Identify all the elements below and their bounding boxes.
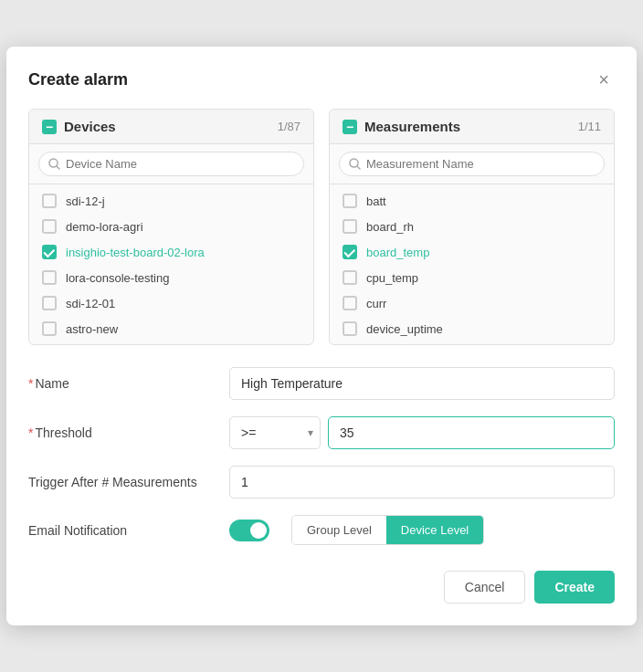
cancel-button[interactable]: Cancel bbox=[444, 571, 526, 604]
list-item[interactable]: lora-console-testing bbox=[29, 265, 313, 290]
devices-search-wrap bbox=[29, 144, 313, 184]
list-item[interactable]: curr bbox=[330, 290, 614, 316]
create-alarm-modal: Create alarm × − Devices 1/87 bbox=[6, 47, 637, 625]
measurements-search-wrap bbox=[330, 144, 614, 184]
threshold-operator-select[interactable]: >= <= > < = bbox=[229, 416, 321, 449]
create-button[interactable]: Create bbox=[534, 571, 615, 604]
trigger-label: Trigger After # Measurements bbox=[28, 475, 229, 489]
devices-search-icon bbox=[48, 158, 60, 170]
devices-panel: − Devices 1/87 bbox=[28, 109, 314, 345]
modal-header: Create alarm × bbox=[28, 68, 615, 90]
device-checkbox-0[interactable] bbox=[42, 194, 57, 208]
device-checkbox-3[interactable] bbox=[42, 270, 57, 285]
meas-checkbox-4[interactable] bbox=[343, 296, 357, 310]
device-label-4: sdi-12-01 bbox=[66, 297, 115, 310]
close-button[interactable]: × bbox=[593, 68, 615, 90]
list-item[interactable]: board_temp bbox=[330, 239, 614, 265]
measurements-list: batt board_rh board_temp cpu_temp bbox=[330, 184, 614, 344]
measurements-title: Measurements bbox=[364, 119, 460, 134]
toggle-track bbox=[229, 520, 269, 541]
list-item[interactable]: cpu_temp bbox=[330, 265, 614, 290]
list-item[interactable]: device_uptime bbox=[330, 316, 614, 341]
list-item[interactable]: sdi-12-01 bbox=[29, 290, 313, 316]
meas-label-0: batt bbox=[366, 194, 386, 208]
device-label-2: insighio-test-board-02-lora bbox=[66, 246, 205, 259]
devices-count: 1/87 bbox=[278, 120, 300, 133]
meas-checkbox-3[interactable] bbox=[343, 270, 357, 285]
email-toggle[interactable] bbox=[229, 520, 269, 541]
meas-checkbox-5[interactable] bbox=[343, 321, 357, 336]
device-label-0: sdi-12-j bbox=[66, 194, 105, 208]
measurements-search-input[interactable] bbox=[366, 157, 595, 171]
name-input[interactable] bbox=[229, 367, 615, 400]
svg-line-3 bbox=[357, 166, 360, 169]
meas-checkbox-1[interactable] bbox=[343, 219, 357, 234]
device-checkbox-5[interactable] bbox=[42, 321, 57, 336]
meas-label-1: board_rh bbox=[366, 220, 414, 234]
threshold-value-input[interactable] bbox=[328, 416, 615, 449]
trigger-input[interactable] bbox=[229, 466, 615, 499]
device-checkbox-2[interactable] bbox=[42, 245, 57, 259]
measurements-minus-icon[interactable]: − bbox=[343, 120, 357, 134]
devices-minus-icon[interactable]: − bbox=[42, 120, 57, 134]
device-label-5: astro-new bbox=[66, 322, 118, 336]
threshold-label: *Threshold bbox=[28, 425, 229, 440]
measurements-panel: − Measurements 1/11 bbox=[329, 109, 615, 345]
meas-label-5: device_uptime bbox=[366, 322, 443, 336]
group-level-button[interactable]: Group Level bbox=[292, 516, 386, 544]
devices-title: Devices bbox=[64, 119, 116, 134]
meas-label-4: curr bbox=[366, 297, 386, 310]
svg-line-1 bbox=[57, 166, 59, 169]
devices-list: sdi-12-j demo-lora-agri insighio-test-bo… bbox=[29, 184, 313, 344]
email-notification-row: Email Notification Group Level Device Le… bbox=[28, 515, 615, 545]
list-item[interactable]: sdi-12-j bbox=[29, 188, 313, 214]
trigger-row: Trigger After # Measurements bbox=[28, 466, 615, 499]
list-item[interactable]: demo-lora-agri bbox=[29, 214, 313, 239]
measurements-panel-header: − Measurements 1/11 bbox=[330, 110, 614, 144]
threshold-row: *Threshold >= <= > < = ▾ bbox=[28, 416, 615, 449]
devices-search-input[interactable] bbox=[66, 157, 294, 171]
modal-footer: Cancel Create bbox=[28, 571, 615, 604]
form-section: *Name *Threshold >= <= bbox=[28, 367, 615, 545]
list-item[interactable]: astro-new bbox=[29, 316, 313, 341]
meas-label-2: board_temp bbox=[366, 246, 429, 259]
device-label-1: demo-lora-agri bbox=[66, 220, 143, 234]
list-item[interactable]: batt bbox=[330, 188, 614, 214]
device-checkbox-4[interactable] bbox=[42, 296, 57, 310]
device-label-3: lora-console-testing bbox=[66, 271, 169, 285]
device-level-button[interactable]: Device Level bbox=[386, 516, 483, 544]
devices-panel-header: − Devices 1/87 bbox=[29, 110, 313, 144]
email-label: Email Notification bbox=[28, 523, 229, 538]
measurements-search-icon bbox=[349, 158, 361, 170]
list-item[interactable]: board_rh bbox=[330, 214, 614, 239]
measurements-count: 1/11 bbox=[578, 120, 601, 133]
meas-checkbox-2[interactable] bbox=[343, 245, 357, 259]
list-item[interactable]: field-device-2319 bbox=[29, 341, 313, 344]
name-label: *Name bbox=[28, 376, 229, 391]
device-checkbox-1[interactable] bbox=[42, 219, 57, 234]
toggle-thumb bbox=[250, 522, 267, 539]
meas-label-3: cpu_temp bbox=[366, 271, 418, 285]
list-item[interactable]: dr bbox=[330, 341, 614, 344]
name-row: *Name bbox=[28, 367, 615, 400]
level-buttons: Group Level Device Level bbox=[291, 515, 484, 545]
meas-checkbox-0[interactable] bbox=[343, 194, 357, 208]
panels-row: − Devices 1/87 bbox=[28, 109, 615, 345]
modal-title: Create alarm bbox=[28, 70, 128, 89]
list-item[interactable]: insighio-test-board-02-lora bbox=[29, 239, 313, 265]
